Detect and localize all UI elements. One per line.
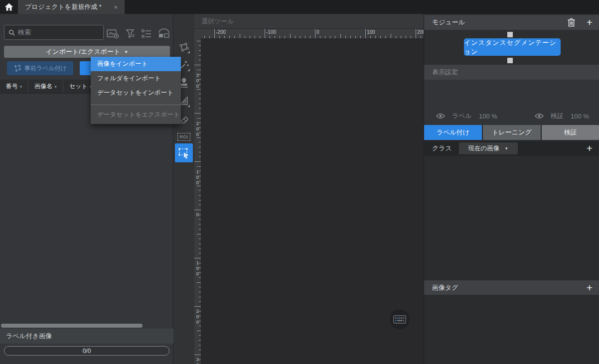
add-image-tag-button[interactable]: +: [587, 283, 593, 292]
labeled-images-bar[interactable]: ラベル付き画像: [0, 329, 173, 344]
eye-icon[interactable]: [535, 113, 544, 119]
delete-module-button[interactable]: [567, 18, 576, 27]
import-export-button[interactable]: インポート/エクスポート ▼: [4, 46, 170, 58]
sort-caret-icon: ▾: [54, 84, 57, 89]
polygon-tool-icon: [177, 41, 190, 54]
menu-separator: [91, 105, 181, 105]
tab-training[interactable]: トレーニング: [483, 125, 541, 140]
class-toolbar: クラス 現在の画像 ▼ +: [424, 141, 599, 156]
polygon-tool-button[interactable]: [175, 39, 193, 56]
validation-visibility-label: 検証: [551, 112, 564, 121]
eye-icon[interactable]: [436, 113, 445, 119]
virtual-keyboard-button[interactable]: [390, 309, 410, 329]
sort-caret-icon: ▾: [20, 84, 22, 89]
label-visibility-label: ラベル: [452, 112, 472, 121]
module-section-header: モジュール +: [424, 15, 599, 30]
class-list-area[interactable]: [424, 156, 599, 280]
label-visibility-row: ラベル 100 %: [436, 112, 497, 121]
select-tool-icon: [177, 146, 191, 160]
list-toolbar: [107, 28, 170, 40]
import-export-menu: 画像をインポート フォルダをインポート データセットをインポート データセットを…: [91, 57, 181, 124]
add-module-button[interactable]: +: [587, 18, 593, 27]
tab-close-icon[interactable]: ×: [112, 3, 120, 11]
display-settings-header: 表示設定: [424, 65, 599, 80]
roi-tool-button[interactable]: ROI: [175, 128, 193, 145]
horizontal-scrollbar[interactable]: [1, 324, 143, 328]
class-filter-dropdown[interactable]: 現在の画像 ▼: [459, 142, 518, 154]
prelabel-label: 事前ラベル付け: [24, 64, 67, 73]
project-tab[interactable]: プロジェクトを新規作成 * ×: [18, 0, 125, 14]
instance-segmentation-module-button[interactable]: インスタンスセグメンテーション: [464, 38, 561, 56]
ruler-vertical: - 3 0 0- 2 0 0- 1 0 001 0 02 0 03 0 0: [194, 29, 201, 364]
labeled-images-counter: 0/0: [4, 346, 169, 356]
menu-item-export-dataset: データセットをエクスポート: [91, 108, 181, 122]
prelabel-button[interactable]: 事前ラベル付け: [7, 61, 73, 75]
keyboard-icon: [393, 315, 406, 324]
search-icon: [8, 29, 15, 36]
label-opacity-value: 100 %: [479, 113, 497, 120]
prelabel-polygon-icon: [13, 64, 21, 72]
image-tag-header: 画像タグ +: [424, 280, 599, 295]
image-tag-title: 画像タグ: [432, 283, 587, 292]
search-placeholder: 検索: [18, 28, 31, 37]
active-tool-title: 選択ツール: [201, 17, 234, 26]
module-panel: モジュール + インスタンスセグメンテーション 表示設定 ラベル 100 %: [424, 14, 599, 364]
module-header-title: モジュール: [432, 18, 567, 27]
ruler-horizontal: -200-1000100200: [201, 29, 424, 39]
top-bar: プロジェクトを新規作成 * ×: [0, 0, 599, 14]
tab-labeling[interactable]: ラベル付け: [424, 125, 482, 140]
menu-item-import-dataset[interactable]: データセットをインポート: [91, 86, 181, 100]
chevron-down-icon: ▼: [504, 146, 508, 151]
column-header-image-name[interactable]: 画像名 ▾: [28, 80, 63, 93]
module-node-top[interactable]: [507, 32, 513, 37]
home-icon: [4, 2, 14, 12]
project-tab-title: プロジェクトを新規作成 *: [25, 2, 112, 11]
image-settings-icon[interactable]: [107, 28, 120, 39]
menu-item-import-images[interactable]: 画像をインポート: [91, 57, 181, 71]
display-settings-title: 表示設定: [432, 68, 593, 77]
trash-icon: [567, 18, 576, 27]
search-input[interactable]: 検索: [4, 25, 104, 40]
validation-visibility-row: 検証 100 %: [535, 112, 589, 121]
add-class-button[interactable]: +: [587, 144, 593, 153]
filter-icon[interactable]: [125, 28, 136, 39]
dropdown-caret-icon: ▼: [124, 50, 128, 54]
import-export-label: インポート/エクスポート: [46, 47, 120, 56]
module-graph-area: インスタンスセグメンテーション: [424, 30, 599, 65]
select-tool-button[interactable]: [175, 143, 193, 162]
image-tag-area[interactable]: [424, 295, 599, 364]
list-view-icon[interactable]: [141, 29, 152, 39]
roi-tool-icon: ROI: [177, 133, 190, 141]
workflow-tabs: ラベル付け トレーニング 検証: [424, 125, 599, 140]
module-node-bottom[interactable]: [507, 58, 513, 63]
active-tool-header: 選択ツール: [194, 14, 424, 29]
menu-item-import-folder[interactable]: フォルダをインポート: [91, 71, 181, 86]
gallery-view-icon[interactable]: [157, 28, 170, 39]
column-header-number[interactable]: 番号 ▾: [0, 80, 28, 93]
tab-validation[interactable]: 検証: [542, 125, 599, 140]
class-label: クラス: [432, 144, 452, 153]
home-button[interactable]: [0, 0, 18, 14]
validation-opacity-value: 100 %: [571, 113, 589, 120]
ruler-corner: [194, 29, 201, 39]
